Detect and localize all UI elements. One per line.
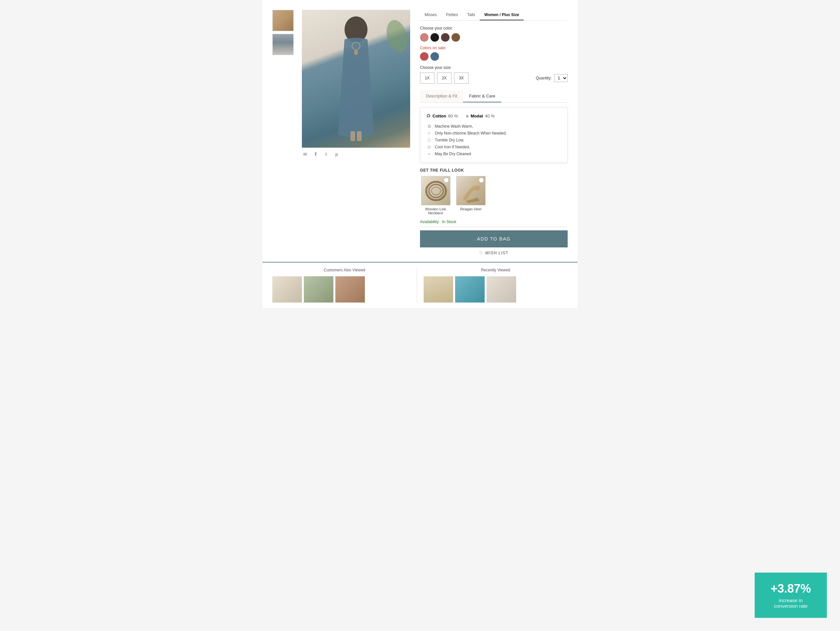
care-text-4: May Be Dry Cleaned bbox=[435, 151, 471, 156]
tab-petites[interactable]: Petites bbox=[441, 10, 463, 21]
care-icon-2: □ bbox=[426, 137, 432, 142]
cotton-name: Cotton bbox=[433, 114, 446, 118]
care-item-3: ◇ Cool Iron If Needed, bbox=[426, 144, 561, 150]
pinterest-icon[interactable]: p bbox=[333, 151, 340, 158]
fabric-composition: ♻ Cotton 60 % ≡ Modal 40 % bbox=[426, 113, 561, 119]
size-buttons-row: 1X 2X 3X Quantity: 1 2 3 4 bbox=[420, 73, 568, 84]
care-text-3: Cool Iron If Needed, bbox=[435, 145, 470, 149]
necklace-image bbox=[421, 176, 450, 205]
care-icon-0: ⊙ bbox=[426, 124, 432, 129]
recently-viewed-title: Recently Viewed bbox=[424, 268, 568, 272]
look-item-necklace[interactable]: Wooden LinkNecklace bbox=[420, 176, 451, 215]
tab-misses[interactable]: Misses bbox=[420, 10, 441, 21]
recently-viewed-grid bbox=[424, 276, 568, 303]
availability-label: Availability: bbox=[420, 219, 440, 224]
care-text-0: Machine Wash Warm, bbox=[435, 124, 473, 129]
tab-fabric-care[interactable]: Fabric & Care bbox=[463, 90, 501, 103]
size-category-tabs: Misses Petites Talls Women / Plus Size bbox=[420, 10, 568, 21]
thumbnail-1[interactable] bbox=[272, 10, 294, 31]
color-swatch-maroon[interactable] bbox=[441, 33, 450, 42]
size-btn-3x[interactable]: 3X bbox=[454, 73, 469, 84]
care-icon-4: ○ bbox=[426, 151, 432, 156]
quantity-wrapper: Quantity: 1 2 3 4 bbox=[536, 74, 568, 82]
full-look-title: GET THE FULL LOOK bbox=[420, 168, 568, 173]
also-viewed-item-1[interactable] bbox=[272, 276, 302, 303]
color-label: Choose your color: bbox=[420, 26, 568, 30]
heel-image bbox=[456, 176, 486, 205]
availability-status: In Stock bbox=[442, 219, 456, 224]
size-btn-2x[interactable]: 2X bbox=[437, 73, 452, 84]
cotton-pct: 60 % bbox=[448, 114, 458, 118]
svg-point-3 bbox=[354, 50, 358, 55]
fabric-modal: ≡ Modal 40 % bbox=[466, 113, 495, 119]
facebook-icon[interactable]: f bbox=[313, 151, 319, 158]
look-items-list: Wooden LinkNecklace bbox=[420, 176, 568, 215]
recently-viewed-item-1[interactable] bbox=[424, 276, 453, 303]
cotton-icon: ♻ bbox=[426, 113, 431, 119]
care-item-2: □ Tumble Dry Low, bbox=[426, 137, 561, 144]
recently-viewed-item-3[interactable] bbox=[486, 276, 516, 303]
wish-list-label: WISH LIST bbox=[485, 251, 508, 255]
sale-swatch-blue[interactable] bbox=[431, 52, 439, 61]
color-swatches bbox=[420, 33, 568, 42]
heel-radio[interactable] bbox=[479, 178, 484, 183]
care-item-0: ⊙ Machine Wash Warm, bbox=[426, 123, 561, 129]
wish-list-button[interactable]: ♡ WISH LIST bbox=[420, 251, 568, 255]
thumbnail-column bbox=[272, 10, 295, 255]
sale-swatches bbox=[420, 52, 568, 61]
customers-also-viewed-col: Customers Also Viewed bbox=[272, 268, 417, 303]
color-swatch-rose[interactable] bbox=[420, 33, 428, 42]
tab-description-fit[interactable]: Description & Fit bbox=[420, 90, 463, 103]
thumbnail-2[interactable] bbox=[272, 34, 294, 55]
svg-rect-4 bbox=[351, 131, 355, 141]
svg-point-9 bbox=[431, 187, 441, 195]
care-text-2: Tumble Dry Low, bbox=[435, 138, 464, 142]
main-product-image bbox=[302, 10, 410, 148]
modal-icon: ≡ bbox=[466, 113, 469, 119]
sale-label: Colors on sale: bbox=[420, 46, 568, 50]
size-chooser-label: Choose your size: bbox=[420, 65, 568, 70]
email-icon[interactable]: ✉ bbox=[302, 151, 308, 158]
heel-name: Reagan Heel bbox=[460, 207, 481, 211]
recently-viewed-item-2[interactable] bbox=[455, 276, 485, 303]
main-product-image-wrapper: ✉ f t p bbox=[302, 10, 410, 255]
svg-point-6 bbox=[383, 18, 410, 54]
necklace-radio[interactable] bbox=[444, 178, 449, 183]
color-swatch-black[interactable] bbox=[431, 33, 439, 42]
modal-name: Modal bbox=[471, 114, 483, 118]
full-look-section: GET THE FULL LOOK bbox=[420, 168, 568, 215]
look-item-heel[interactable]: Reagan Heel bbox=[455, 176, 486, 215]
care-instructions-list: ⊙ Machine Wash Warm, ○ Only Non-chlorine… bbox=[426, 123, 561, 157]
necklace-name: Wooden LinkNecklace bbox=[425, 207, 446, 215]
description-tabs: Description & Fit Fabric & Care bbox=[420, 90, 568, 103]
customers-also-viewed-title: Customers Also Viewed bbox=[272, 268, 417, 272]
quantity-label: Quantity: bbox=[536, 76, 551, 80]
conversion-badge: +3.87% increase in conversion rate bbox=[755, 573, 827, 618]
social-icons-bar: ✉ f t p bbox=[302, 148, 410, 161]
modal-pct: 40 % bbox=[485, 114, 495, 118]
recently-viewed-col: Recently Viewed bbox=[417, 268, 568, 303]
add-to-bag-button[interactable]: ADD TO BAG bbox=[420, 230, 568, 248]
also-viewed-item-3[interactable] bbox=[335, 276, 365, 303]
tab-talls[interactable]: Talls bbox=[463, 10, 480, 21]
heart-icon: ♡ bbox=[479, 251, 483, 255]
care-item-1: ○ Only Non-chlorine Bleach When Needed, bbox=[426, 129, 561, 137]
care-icon-3: ◇ bbox=[426, 144, 432, 149]
customers-section: Customers Also Viewed Recently Viewed bbox=[262, 262, 578, 308]
quantity-select[interactable]: 1 2 3 4 bbox=[554, 74, 568, 82]
customers-also-viewed-grid bbox=[272, 276, 417, 303]
fabric-care-card: ♻ Cotton 60 % ≡ Modal 40 % ⊙ Machine Was… bbox=[420, 107, 568, 163]
care-item-4: ○ May Be Dry Cleaned bbox=[426, 150, 561, 157]
conversion-text: increase in conversion rate bbox=[765, 598, 816, 609]
product-info-panel: Misses Petites Talls Women / Plus Size C… bbox=[417, 10, 568, 255]
tab-women-plus[interactable]: Women / Plus Size bbox=[480, 10, 524, 21]
care-icon-1: ○ bbox=[426, 131, 432, 136]
size-btn-1x[interactable]: 1X bbox=[420, 73, 434, 84]
also-viewed-item-2[interactable] bbox=[304, 276, 333, 303]
fabric-cotton: ♻ Cotton 60 % bbox=[426, 113, 458, 119]
sale-swatch-red[interactable] bbox=[420, 52, 428, 61]
customers-row: Customers Also Viewed Recently Viewed bbox=[272, 268, 568, 303]
twitter-icon[interactable]: t bbox=[323, 151, 330, 158]
color-swatch-tan[interactable] bbox=[452, 33, 460, 42]
conversion-percentage: +3.87% bbox=[765, 582, 816, 596]
